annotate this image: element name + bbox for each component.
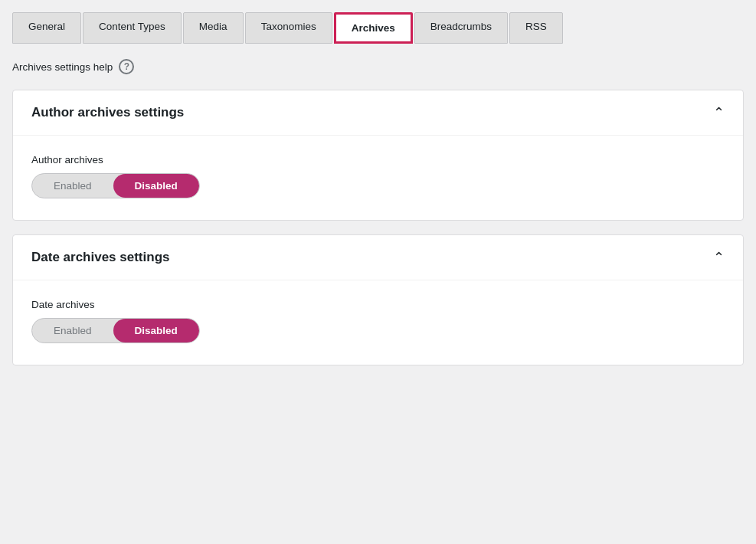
help-line: Archives settings help ? bbox=[12, 59, 744, 74]
author-archives-card-body: Author archives Enabled Disabled bbox=[13, 136, 743, 220]
date-archives-field-label: Date archives bbox=[31, 299, 725, 310]
tabs-bar: GeneralContent TypesMediaTaxonomiesArchi… bbox=[12, 12, 744, 45]
author-archives-enabled-option[interactable]: Enabled bbox=[32, 174, 113, 198]
date-archives-card-header: Date archives settings ⌃ bbox=[13, 235, 743, 280]
page-wrapper: GeneralContent TypesMediaTaxonomiesArchi… bbox=[0, 0, 756, 544]
author-archives-card-header: Author archives settings ⌃ bbox=[13, 90, 743, 136]
author-archives-field-label: Author archives bbox=[31, 154, 725, 165]
date-archives-title: Date archives settings bbox=[31, 250, 169, 265]
tab-content-types[interactable]: Content Types bbox=[83, 12, 182, 44]
help-icon[interactable]: ? bbox=[119, 59, 134, 74]
author-archives-card: Author archives settings ⌃ Author archiv… bbox=[12, 90, 744, 221]
date-archives-enabled-option[interactable]: Enabled bbox=[32, 319, 113, 342]
date-archives-card-body: Date archives Enabled Disabled bbox=[13, 280, 743, 365]
author-archives-title: Author archives settings bbox=[31, 105, 184, 120]
author-archives-toggle[interactable]: Enabled Disabled bbox=[31, 173, 200, 198]
tab-media[interactable]: Media bbox=[183, 12, 244, 44]
author-archives-collapse-icon[interactable]: ⌃ bbox=[713, 104, 725, 121]
tab-taxonomies[interactable]: Taxonomies bbox=[245, 12, 332, 44]
tab-general[interactable]: General bbox=[12, 12, 81, 44]
archives-help-text: Archives settings help bbox=[12, 61, 113, 73]
author-archives-disabled-option[interactable]: Disabled bbox=[113, 174, 199, 198]
date-archives-toggle[interactable]: Enabled Disabled bbox=[31, 318, 200, 343]
tab-breadcrumbs[interactable]: Breadcrumbs bbox=[414, 12, 508, 44]
tab-archives[interactable]: Archives bbox=[334, 12, 413, 44]
date-archives-card: Date archives settings ⌃ Date archives E… bbox=[12, 234, 744, 365]
date-archives-collapse-icon[interactable]: ⌃ bbox=[713, 249, 725, 266]
tab-rss[interactable]: RSS bbox=[509, 12, 563, 44]
date-archives-disabled-option[interactable]: Disabled bbox=[113, 319, 199, 342]
